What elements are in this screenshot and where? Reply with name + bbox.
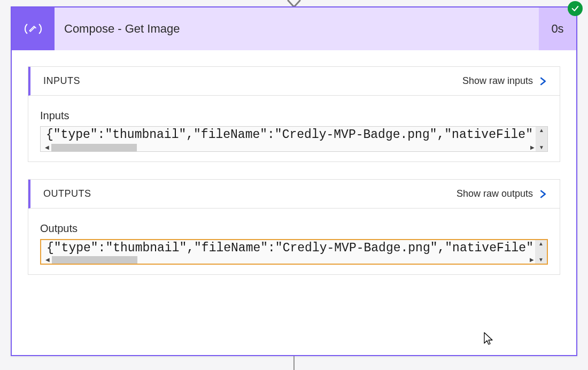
chevron-right-icon <box>538 189 548 199</box>
inputs-horizontal-scrollbar[interactable]: ◀ ▶ <box>45 144 535 151</box>
outputs-horizontal-scrollbar[interactable]: ◀ ▶ <box>45 256 534 264</box>
scroll-down-icon[interactable]: ▼ <box>539 145 544 150</box>
outputs-value-text: {"type":"thumbnail","fileName":"Credly-M… <box>41 240 547 255</box>
outputs-header-label: OUTPUTS <box>43 188 457 199</box>
outputs-section-body: Outputs {"type":"thumbnail","fileName":"… <box>28 209 560 274</box>
show-raw-outputs-link[interactable]: Show raw outputs <box>457 188 548 199</box>
outputs-section: OUTPUTS Show raw outputs Outputs {"type"… <box>28 179 560 275</box>
inputs-section-header: INPUTS Show raw inputs <box>28 67 560 96</box>
show-raw-inputs-link[interactable]: Show raw inputs <box>462 75 548 87</box>
compose-step-card: Compose - Get Image 0s INPUTS Show raw i… <box>11 6 577 356</box>
scroll-up-icon[interactable]: ▲ <box>539 128 544 133</box>
outputs-vertical-scrollbar[interactable]: ▲ ▼ <box>535 240 547 264</box>
step-header[interactable]: Compose - Get Image 0s <box>12 7 576 50</box>
scroll-thumb[interactable] <box>51 144 137 151</box>
chevron-right-icon <box>538 76 548 86</box>
scroll-left-icon[interactable]: ◀ <box>45 257 50 263</box>
checkmark-icon <box>571 4 579 13</box>
outputs-section-header: OUTPUTS Show raw outputs <box>28 180 560 209</box>
inputs-value-box[interactable]: {"type":"thumbnail","fileName":"Credly-M… <box>40 126 548 152</box>
inputs-header-label: INPUTS <box>43 75 462 87</box>
flow-connector-line <box>293 356 295 370</box>
scroll-left-icon[interactable]: ◀ <box>45 145 49 150</box>
compose-icon <box>12 7 55 50</box>
outputs-field-label: Outputs <box>40 222 548 235</box>
inputs-section-body: Inputs {"type":"thumbnail","fileName":"C… <box>28 96 560 161</box>
scroll-right-icon[interactable]: ▶ <box>530 257 534 263</box>
scroll-down-icon[interactable]: ▼ <box>538 257 544 263</box>
step-body: INPUTS Show raw inputs Inputs {"type":"t… <box>12 50 576 303</box>
step-title: Compose - Get Image <box>55 7 539 50</box>
inputs-vertical-scrollbar[interactable]: ▲ ▼ <box>536 127 547 151</box>
scroll-right-icon[interactable]: ▶ <box>530 145 535 150</box>
show-raw-outputs-label: Show raw outputs <box>457 188 533 199</box>
scroll-up-icon[interactable]: ▲ <box>538 241 544 246</box>
scroll-track[interactable] <box>52 256 528 264</box>
inputs-field-label: Inputs <box>40 110 548 122</box>
mouse-cursor-icon <box>483 332 494 346</box>
status-success-badge <box>568 1 583 16</box>
inputs-section: INPUTS Show raw inputs Inputs {"type":"t… <box>28 66 560 162</box>
scroll-thumb[interactable] <box>52 256 137 264</box>
show-raw-inputs-label: Show raw inputs <box>462 75 533 87</box>
inputs-value-text: {"type":"thumbnail","fileName":"Credly-M… <box>41 127 547 142</box>
scroll-track[interactable] <box>51 144 528 151</box>
outputs-value-box[interactable]: {"type":"thumbnail","fileName":"Credly-M… <box>40 239 548 265</box>
